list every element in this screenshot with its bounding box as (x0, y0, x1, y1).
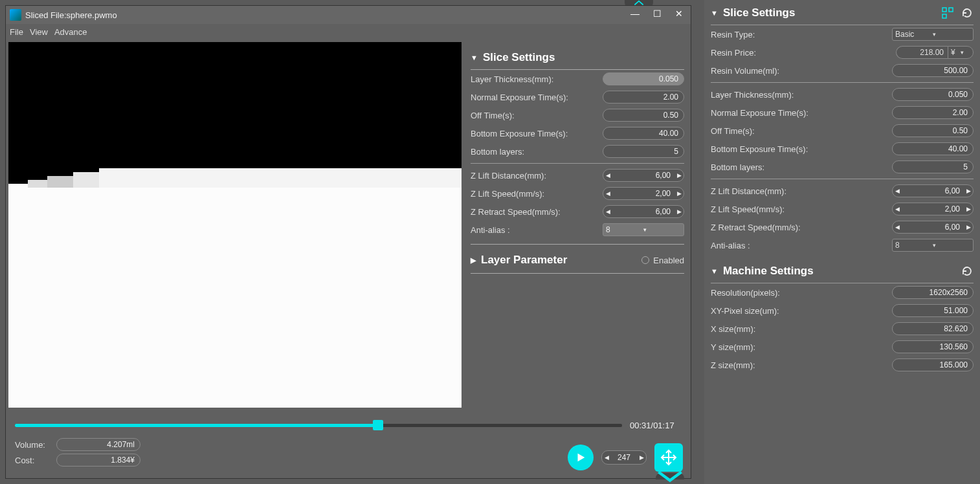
resin-price-label: Resin Price: (711, 48, 896, 58)
app-icon (10, 9, 21, 21)
window-title: Sliced File:sphere.pwmo (25, 10, 621, 20)
bottom-layers-label: Bottom layers: (471, 147, 603, 157)
preset-icon[interactable] (941, 6, 954, 19)
chevron-down-icon: ▾ (933, 242, 970, 248)
resolution-value[interactable]: 1620x2560 (892, 286, 974, 299)
arrow-left-icon[interactable]: ◀ (603, 190, 612, 197)
off-time-input[interactable]: 0.50 (603, 109, 684, 122)
bottom-layers-label-r: Bottom layers: (711, 162, 892, 172)
resin-volume-label: Resin Volume(ml): (711, 66, 892, 76)
svg-rect-0 (942, 8, 946, 12)
volume-value: 4.207ml (56, 438, 140, 451)
chevron-down-icon: ▾ (643, 226, 681, 233)
resin-price-input[interactable]: 218.00 (896, 46, 948, 59)
bottom-layers-input[interactable]: 5 (603, 145, 684, 158)
currency-select[interactable]: ¥▾ (948, 46, 974, 59)
layer-param-enabled-toggle[interactable]: Enabled (641, 256, 684, 265)
frame-counter[interactable]: ◀ 247 ▶ (601, 450, 647, 465)
arrow-left-icon[interactable]: ◀ (893, 224, 902, 230)
arrow-right-icon[interactable]: ▶ (637, 454, 646, 461)
menu-file[interactable]: File (10, 27, 23, 37)
z-lift-dist-label-r: Z Lift Distance(mm): (711, 186, 892, 196)
volume-label: Volume: (15, 440, 51, 450)
anti-alias-label-r: Anti-alias : (711, 241, 892, 250)
y-size-value[interactable]: 130.560 (892, 340, 974, 353)
arrow-right-icon[interactable]: ▶ (964, 206, 973, 212)
cost-value: 1.834¥ (56, 454, 140, 467)
y-size-label: Y size(mm): (711, 342, 892, 352)
bottom-layers-input-r[interactable]: 5 (892, 160, 974, 173)
arrow-right-icon[interactable]: ▶ (674, 208, 684, 215)
resin-type-label: Resin Type: (711, 30, 892, 39)
off-time-label: Off Time(s): (471, 111, 603, 120)
slice-settings-header[interactable]: ▼ Slice Settings (471, 45, 684, 70)
z-lift-speed-spinner-r[interactable]: ◀2,00▶ (892, 203, 974, 215)
arrow-left-icon[interactable]: ◀ (893, 206, 902, 212)
z-lift-speed-label: Z Lift Speed(mm/s): (471, 189, 603, 199)
chevron-down-icon: ▼ (711, 267, 718, 275)
right-settings-panel: ▼ Slice Settings Resin Type:Basic▾ Resin… (704, 0, 980, 484)
z-lift-speed-label-r: Z Lift Speed(mm/s): (711, 204, 892, 214)
cost-label: Cost: (15, 456, 51, 465)
chevron-down-icon: ▼ (711, 9, 718, 17)
z-retract-spinner-r[interactable]: ◀6,00▶ (892, 221, 974, 234)
sliced-file-window: Sliced File:sphere.pwmo — ☐ ✕ File View … (5, 5, 691, 479)
maximize-button[interactable]: ☐ (649, 8, 665, 21)
off-time-input-r[interactable]: 0.50 (892, 124, 974, 137)
xy-pixel-label: XY-Pixel size(um): (711, 306, 892, 316)
z-size-value[interactable]: 165.000 (892, 358, 974, 371)
arrow-right-icon[interactable]: ▶ (964, 224, 973, 230)
anti-alias-label: Anti-alias : (471, 225, 603, 235)
bottom-exposure-input[interactable]: 40.00 (603, 127, 684, 140)
arrow-left-icon[interactable]: ◀ (603, 172, 612, 179)
timeline-time: 00:31/01:17 (630, 421, 682, 430)
svg-rect-1 (949, 8, 953, 12)
normal-exposure-label: Normal Exposure Time(s): (471, 93, 603, 102)
xy-pixel-value[interactable]: 51.000 (892, 304, 974, 317)
arrow-right-icon[interactable]: ▶ (674, 172, 684, 179)
arrow-left-icon[interactable]: ◀ (893, 188, 902, 194)
timeline-thumb[interactable] (373, 420, 383, 430)
arrow-left-icon[interactable]: ◀ (602, 454, 611, 461)
minimize-button[interactable]: — (627, 8, 643, 21)
normal-exposure-input-r[interactable]: 2.00 (892, 106, 974, 119)
z-retract-label: Z Retract Speed(mm/s): (471, 207, 603, 217)
play-button[interactable] (568, 445, 594, 470)
slice-edge-pixels (8, 167, 462, 188)
arrow-right-icon[interactable]: ▶ (964, 188, 973, 194)
normal-exposure-input[interactable]: 2.00 (603, 91, 684, 104)
anti-alias-select-r[interactable]: 8▾ (892, 239, 974, 252)
titlebar: Sliced File:sphere.pwmo — ☐ ✕ (6, 6, 691, 24)
menu-view[interactable]: View (30, 27, 48, 37)
x-size-value[interactable]: 82.620 (892, 322, 974, 335)
arrow-right-icon[interactable]: ▶ (674, 190, 684, 197)
slice-settings-header-right[interactable]: ▼ Slice Settings (711, 0, 974, 25)
chevron-right-icon: ▶ (471, 256, 476, 265)
anti-alias-select[interactable]: 8▾ (603, 223, 684, 236)
off-time-label-r: Off Time(s): (711, 126, 892, 136)
z-lift-dist-spinner-r[interactable]: ◀6,00▶ (892, 184, 974, 197)
menu-advance[interactable]: Advance (54, 27, 87, 37)
z-lift-speed-spinner[interactable]: ◀2,00▶ (603, 187, 684, 200)
close-button[interactable]: ✕ (671, 8, 687, 21)
bottom-exposure-input-r[interactable]: 40.00 (892, 142, 974, 155)
refresh-icon[interactable] (961, 6, 974, 19)
layer-thickness-input-r[interactable]: 0.050 (892, 88, 974, 101)
refresh-icon[interactable] (961, 265, 974, 278)
layer-parameter-header[interactable]: ▶ Layer Parameter Enabled (471, 244, 684, 274)
arrow-left-icon[interactable]: ◀ (603, 208, 612, 215)
resin-volume-input[interactable]: 500.00 (892, 64, 974, 77)
timeline-progress (15, 424, 379, 427)
z-retract-spinner[interactable]: ◀6,00▶ (603, 205, 684, 218)
slice-preview-viewport[interactable] (8, 42, 462, 408)
machine-settings-header[interactable]: ▼ Machine Settings (711, 258, 974, 283)
resin-type-select[interactable]: Basic▾ (892, 28, 974, 41)
layer-thickness-input[interactable]: 0.050 (603, 72, 684, 85)
timeline-track[interactable] (15, 424, 622, 427)
bottom-controls: 00:31/01:17 Volume: 4.207ml Cost: 1.834¥… (6, 415, 691, 478)
chevron-down-icon: ▾ (961, 49, 970, 56)
move-expand-button[interactable] (654, 443, 683, 472)
z-lift-dist-spinner[interactable]: ◀6,00▶ (603, 169, 684, 182)
panel-collapse-down[interactable] (656, 473, 684, 479)
radio-empty-icon (641, 256, 649, 264)
